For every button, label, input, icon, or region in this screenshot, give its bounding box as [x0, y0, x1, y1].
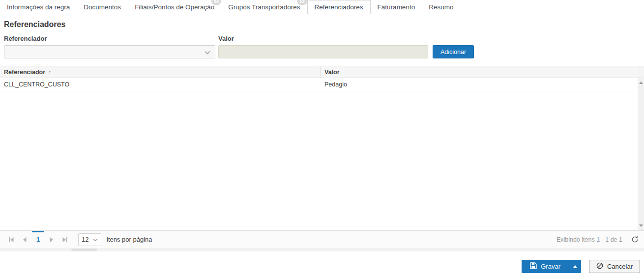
last-page-icon	[62, 237, 67, 242]
tab-label: Faturamento	[378, 3, 415, 11]
tab-label: Filiais/Pontos de Operação	[135, 3, 214, 11]
cancel-icon	[596, 262, 603, 271]
first-page-button[interactable]	[5, 233, 18, 246]
page-title: Referenciadores	[4, 20, 644, 29]
referenciador-label: Referenciador	[4, 35, 215, 42]
grid-header: Referenciador ↑ Valor	[0, 66, 644, 78]
valor-field-group: Valor	[218, 35, 428, 58]
gravar-label: Gravar	[541, 263, 560, 270]
items-per-page-label: itens por página	[107, 236, 152, 243]
vertical-scrollbar[interactable]	[638, 78, 644, 230]
chevron-down-icon	[93, 236, 98, 243]
cell-valor: Pedagio	[321, 78, 638, 91]
save-icon	[530, 262, 537, 271]
tab-label: Informações da regra	[7, 3, 70, 11]
cancelar-label: Cancelar	[607, 263, 633, 270]
gravar-button[interactable]: Gravar	[522, 260, 569, 273]
table-row[interactable]: CLL_CENTRO_CUSTO Pedagio	[0, 78, 638, 91]
pager-right: Exibindo itens 1 - 1 de 1	[556, 235, 639, 244]
last-page-button[interactable]	[58, 233, 71, 246]
scroll-up-icon[interactable]	[638, 79, 644, 86]
column-header-valor[interactable]: Valor	[321, 66, 638, 78]
footer-actions: Gravar Cancelar	[0, 260, 644, 273]
tab-label: Documentos	[84, 3, 121, 11]
gravar-split-button: Gravar	[522, 260, 581, 273]
cancelar-button[interactable]: Cancelar	[589, 260, 640, 273]
tab-faturamento[interactable]: Faturamento	[371, 0, 422, 14]
tab-count-badge: 13	[297, 0, 307, 5]
current-page-button[interactable]: 1	[31, 231, 45, 249]
referenciador-field-group: Referenciador	[4, 35, 215, 58]
first-page-icon	[9, 237, 14, 242]
sort-asc-icon: ↑	[48, 69, 51, 75]
tab-bar: Informações da regra Documentos Filiais/…	[0, 0, 644, 14]
tab-referenciadores[interactable]: Referenciadores	[307, 0, 371, 14]
pager-info: Exibindo itens 1 - 1 de 1	[556, 236, 622, 243]
next-page-button[interactable]	[45, 233, 58, 246]
tab-grupos-transportadores[interactable]: Grupos Transportadores 13	[221, 0, 307, 14]
horizontal-scrollbar[interactable]	[0, 248, 644, 251]
tab-label: Resumo	[429, 3, 453, 11]
grid-header-spacer	[638, 66, 644, 78]
tab-filiais-pontos-de-operacao[interactable]: Filiais/Pontos de Operação 25	[128, 0, 221, 14]
valor-input[interactable]	[218, 45, 428, 58]
refresh-icon[interactable]	[630, 235, 639, 244]
tab-label: Grupos Transportadores	[228, 3, 300, 11]
prev-page-button[interactable]	[18, 233, 31, 246]
referenciador-form: Referenciador Valor Adicionar	[4, 35, 644, 58]
grid-body: CLL_CENTRO_CUSTO Pedagio	[0, 78, 638, 230]
page-size-select[interactable]: 12	[78, 233, 101, 246]
scroll-down-icon[interactable]	[638, 222, 644, 229]
chevron-down-icon	[205, 48, 210, 56]
tab-resumo[interactable]: Resumo	[422, 0, 460, 14]
prev-page-icon	[23, 237, 27, 242]
adicionar-button[interactable]: Adicionar	[433, 45, 474, 58]
horizontal-scrollbar-thumb[interactable]	[71, 249, 97, 251]
caret-up-icon	[573, 265, 577, 268]
column-header-label: Valor	[324, 69, 340, 76]
referenciador-dropdown[interactable]	[4, 45, 215, 58]
page-size-value: 12	[82, 236, 88, 243]
valor-label: Valor	[218, 35, 428, 42]
gravar-dropdown-toggle[interactable]	[569, 260, 581, 273]
tab-informacoes-da-regra[interactable]: Informações da regra	[0, 0, 77, 14]
grid-pager: 1 12 itens por página Exibindo itens 1 -…	[0, 230, 644, 248]
cell-referenciador: CLL_CENTRO_CUSTO	[0, 78, 321, 91]
column-header-label: Referenciador	[4, 69, 45, 76]
tab-documentos[interactable]: Documentos	[77, 0, 128, 14]
tab-label: Referenciadores	[315, 3, 363, 11]
column-header-referenciador[interactable]: Referenciador ↑	[0, 66, 321, 78]
referenciadores-grid: Referenciador ↑ Valor CLL_CENTRO_CUSTO P…	[0, 66, 644, 230]
next-page-icon	[50, 237, 53, 242]
tab-count-badge: 25	[211, 0, 222, 5]
